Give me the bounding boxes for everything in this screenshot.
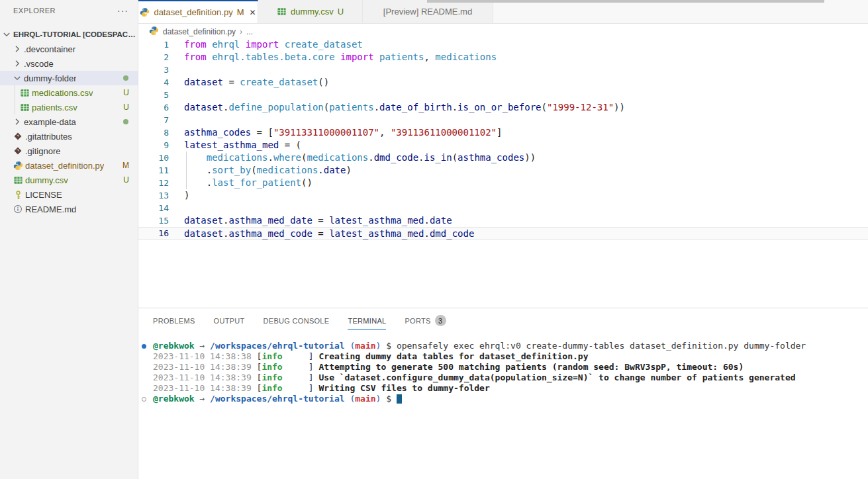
editor-tab-dummy-csv[interactable]: dummy.csvU: [258, 0, 363, 23]
code-line-5[interactable]: 5: [138, 89, 868, 101]
tree-item-example-data[interactable]: example-data: [0, 114, 138, 129]
close-icon[interactable]: ✕: [250, 8, 256, 17]
editor-tab-dataset-definition-py[interactable]: dataset_definition.pyM✕: [138, 0, 258, 23]
code-line-11[interactable]: 11 .sort_by(medications.date): [138, 164, 868, 177]
line-number: 7: [138, 114, 169, 126]
license-file-icon: [12, 189, 24, 200]
tree-item-label: .gitattributes: [25, 132, 72, 142]
git-status-badge: U: [123, 103, 129, 112]
chevron-right-icon[interactable]: [12, 44, 23, 54]
tree-item-label: README.md: [25, 204, 76, 214]
chevron-down-icon[interactable]: [12, 73, 23, 83]
tree-item-dummy-csv[interactable]: dummy.csvU: [0, 173, 138, 187]
breadcrumb-more[interactable]: ...: [246, 27, 253, 36]
line-number: 1: [138, 38, 169, 51]
ports-count-badge: 3: [435, 315, 446, 326]
tree-item-ehrql-tutorial-codespaces-[interactable]: EHRQL-TUTORIAL [CODESPACES:...: [0, 27, 138, 42]
tab-git-badge: U: [338, 7, 344, 17]
tree-item-dataset-definition-py[interactable]: dataset_definition.pyM: [0, 158, 138, 173]
breadcrumb-file[interactable]: dataset_definition.py: [163, 27, 236, 36]
tree-item--gitattributes[interactable]: .gitattributes: [0, 129, 138, 144]
terminal-line-4: 2023-11-10 14:38:39 [info ] Use `dataset…: [138, 372, 868, 383]
code-line-7[interactable]: 7: [138, 114, 868, 126]
indent-guide: [186, 177, 187, 189]
code-line-16[interactable]: 16dataset.asthma_med_code = latest_asthm…: [138, 227, 868, 240]
panel-tab-ports[interactable]: PORTS3: [405, 308, 446, 333]
terminal-line-2: 2023-11-10 14:38:38 [info ] Creating dum…: [138, 351, 868, 362]
git-file-icon: [12, 146, 24, 156]
panel-tab-problems[interactable]: PROBLEMS: [153, 308, 195, 333]
info-file-icon: [12, 204, 24, 214]
terminal-cursor: [397, 394, 402, 404]
explorer-title: EXPLORER: [13, 7, 56, 15]
panel-tab-debug-console[interactable]: DEBUG CONSOLE: [264, 308, 330, 333]
line-number: 16: [138, 228, 169, 240]
git-changes-dot: [123, 75, 128, 81]
code-line-2[interactable]: 2from ehrql.tables.beta.core import pati…: [138, 51, 868, 64]
file-tree[interactable]: EHRQL-TUTORIAL [CODESPACES:....devcontai…: [0, 27, 138, 216]
line-number: 9: [138, 139, 169, 152]
tree-item-patients-csv[interactable]: patients.csvU: [0, 100, 138, 114]
code-line-15[interactable]: 15dataset.asthma_med_date = latest_asthm…: [138, 214, 868, 227]
indent-guide: [186, 164, 187, 177]
chevron-down-icon[interactable]: [1, 29, 12, 40]
editor-tab--preview-readme-md[interactable]: [Preview] README.md: [363, 0, 493, 23]
line-number: 5: [138, 89, 169, 101]
breadcrumb[interactable]: dataset_definition.py › ...: [138, 24, 868, 39]
csv-icon: [277, 7, 287, 17]
panel-tab-label: PROBLEMS: [153, 317, 195, 325]
line-number: 8: [138, 126, 169, 139]
tree-item--devcontainer[interactable]: .devcontainer: [0, 42, 138, 56]
git-file-icon: [12, 131, 24, 142]
tab-label: dummy.csv: [291, 7, 334, 17]
tree-item-license[interactable]: LICENSE: [0, 187, 138, 202]
git-changes-dot: [123, 119, 128, 124]
line-number: 4: [138, 76, 169, 89]
git-status-badge: U: [123, 88, 129, 97]
panel-tab-output[interactable]: OUTPUT: [214, 308, 245, 333]
tree-item--gitignore[interactable]: .gitignore: [0, 144, 138, 158]
panel-tab-label: DEBUG CONSOLE: [264, 317, 330, 325]
python-icon: [149, 26, 159, 38]
tree-item-label: dummy.csv: [25, 175, 68, 185]
code-line-10[interactable]: 10 medications.where(medications.dmd_cod…: [138, 152, 868, 164]
terminal-line-1: @rebkwok → /workspaces/ehrql-tutorial (m…: [138, 341, 868, 351]
chevron-right-icon[interactable]: [12, 116, 23, 127]
code-line-3[interactable]: 3: [138, 64, 868, 76]
chevron-right-icon[interactable]: [12, 58, 23, 69]
tree-item-label: medications.csv: [32, 88, 93, 98]
git-status-badge: U: [123, 175, 129, 185]
command-decoration-filled[interactable]: [142, 344, 146, 349]
code-editor[interactable]: 1from ehrql import create_dataset2from e…: [138, 38, 868, 308]
code-line-6[interactable]: 6dataset.define_population(patients.date…: [138, 101, 868, 114]
code-line-4[interactable]: 4dataset = create_dataset(): [138, 76, 868, 89]
command-decoration-empty[interactable]: [142, 397, 146, 402]
panel-tab-terminal[interactable]: TERMINAL: [348, 308, 386, 333]
tree-item-readme-md[interactable]: README.md: [0, 202, 138, 216]
tree-item-medications-csv[interactable]: medications.csvU: [0, 85, 138, 100]
terminal-line-5: 2023-11-10 14:38:39 [info ] Writing CSV …: [138, 383, 868, 394]
csv-file-icon: [19, 87, 30, 98]
tree-item-dummy-folder[interactable]: dummy-folder: [0, 71, 138, 85]
tab-scrollbar[interactable]: [427, 0, 824, 3]
panel-tab-label: PORTS: [405, 317, 430, 325]
tree-item-label: .devcontainer: [24, 44, 75, 54]
breadcrumb-separator: ›: [240, 27, 242, 36]
more-actions-icon[interactable]: ···: [117, 8, 128, 13]
line-number: 2: [138, 51, 169, 64]
tree-item-label: dummy-folder: [24, 73, 76, 83]
code-line-8[interactable]: 8asthma_codes = ["39113311000001107", "3…: [138, 126, 868, 139]
tree-item--vscode[interactable]: .vscode: [0, 56, 138, 71]
csv-file-icon: [12, 175, 24, 185]
tab-label: [Preview] README.md: [383, 7, 472, 17]
tree-item-label: LICENSE: [25, 190, 62, 200]
tab-label: dataset_definition.py: [154, 7, 232, 17]
terminal-area[interactable]: @rebkwok → /workspaces/ehrql-tutorial (m…: [138, 341, 868, 479]
code-line-1[interactable]: 1from ehrql import create_dataset: [138, 38, 868, 51]
code-line-12[interactable]: 12 .last_for_patient(): [138, 177, 868, 189]
code-line-14[interactable]: 14: [138, 202, 868, 214]
code-line-9[interactable]: 9latest_asthma_med = (: [138, 139, 868, 152]
tree-item-label: .vscode: [24, 59, 54, 69]
git-status-badge: M: [122, 161, 129, 170]
code-line-13[interactable]: 13): [138, 189, 868, 202]
